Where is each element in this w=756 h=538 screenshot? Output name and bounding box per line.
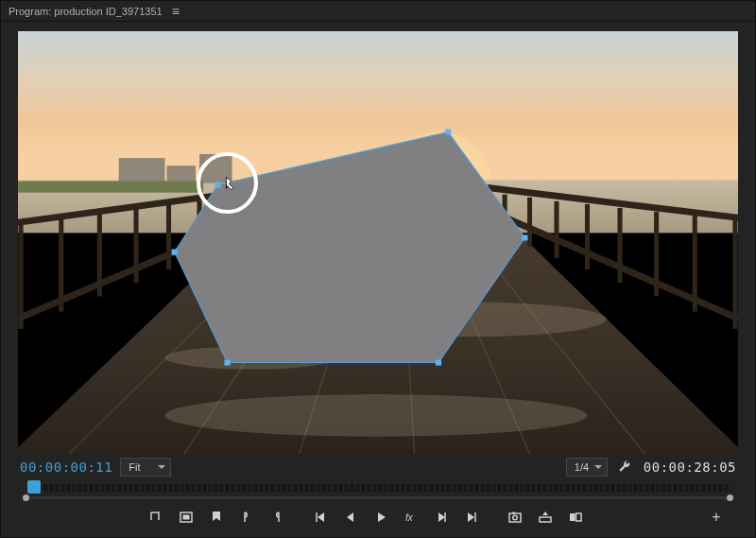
svg-rect-62 xyxy=(576,513,582,521)
svg-rect-43 xyxy=(436,359,441,365)
program-monitor-panel: Program: production ID_3971351 ≡ xyxy=(0,0,756,538)
svg-text:fx: fx xyxy=(405,512,414,523)
mark-in-button[interactable] xyxy=(233,506,260,529)
go-to-out-button[interactable] xyxy=(458,506,485,529)
sequence-name: production ID_3971351 xyxy=(54,6,162,17)
resolution-select[interactable]: 1/4 xyxy=(566,458,608,477)
svg-marker-49 xyxy=(318,512,324,522)
time-ruler[interactable] xyxy=(18,478,738,501)
scrollbar-handle-left[interactable] xyxy=(23,495,29,501)
svg-rect-47 xyxy=(183,515,190,520)
title-prefix: Program: xyxy=(9,6,51,17)
mark-out-button[interactable] xyxy=(264,506,290,529)
current-timecode[interactable]: 00:00:00:11 xyxy=(20,460,112,475)
play-button[interactable] xyxy=(368,506,394,529)
svg-rect-42 xyxy=(522,234,527,240)
svg-rect-3 xyxy=(119,158,165,182)
svg-rect-59 xyxy=(512,512,515,514)
lift-button[interactable] xyxy=(532,506,558,529)
svg-marker-50 xyxy=(347,512,353,522)
frame-render xyxy=(18,31,738,454)
settings-wrench-icon[interactable] xyxy=(617,460,632,475)
viewport-area: 00:00:00:11 Fit 1/4 00:00:28:05 xyxy=(1,22,755,537)
panel-titlebar: Program: production ID_3971351 ≡ xyxy=(1,1,755,22)
svg-rect-6 xyxy=(18,181,203,192)
program-viewport[interactable] xyxy=(18,31,738,454)
svg-rect-61 xyxy=(570,513,576,521)
svg-point-58 xyxy=(513,515,518,520)
step-back-button[interactable] xyxy=(337,506,364,529)
playhead[interactable] xyxy=(27,480,41,494)
zoom-label: Fit xyxy=(129,461,140,473)
svg-rect-4 xyxy=(167,165,196,182)
control-strip: 00:00:00:11 Fit 1/4 00:00:28:05 xyxy=(18,454,738,478)
svg-rect-57 xyxy=(509,513,521,522)
ruler-track[interactable] xyxy=(26,484,730,492)
export-frame-button[interactable] xyxy=(502,506,528,529)
svg-rect-60 xyxy=(540,517,551,522)
scrollbar-handle-right[interactable] xyxy=(727,495,733,501)
zoom-select[interactable]: Fit xyxy=(120,458,171,477)
transport-bar: fx + xyxy=(18,501,738,533)
step-forward-button[interactable] xyxy=(428,506,455,529)
svg-rect-44 xyxy=(224,359,230,365)
button-editor-add-icon[interactable]: + xyxy=(706,507,727,528)
svg-marker-55 xyxy=(468,512,474,522)
svg-rect-41 xyxy=(445,130,451,135)
effects-fx-button[interactable]: fx xyxy=(398,506,424,529)
comparison-view-button[interactable] xyxy=(562,506,589,529)
resolution-label: 1/4 xyxy=(575,461,589,473)
svg-rect-40 xyxy=(215,182,220,187)
safe-margins-button[interactable] xyxy=(173,506,199,529)
svg-rect-45 xyxy=(172,250,178,255)
svg-point-16 xyxy=(164,394,587,437)
add-marker-button[interactable] xyxy=(143,506,169,529)
marker-icon[interactable] xyxy=(203,506,230,529)
svg-marker-53 xyxy=(438,512,445,522)
panel-menu-icon[interactable]: ≡ xyxy=(172,5,180,18)
svg-marker-51 xyxy=(378,512,386,522)
go-to-in-button[interactable] xyxy=(307,506,334,529)
zoom-scrollbar[interactable] xyxy=(26,496,730,499)
duration-timecode: 00:00:28:05 xyxy=(644,460,736,475)
